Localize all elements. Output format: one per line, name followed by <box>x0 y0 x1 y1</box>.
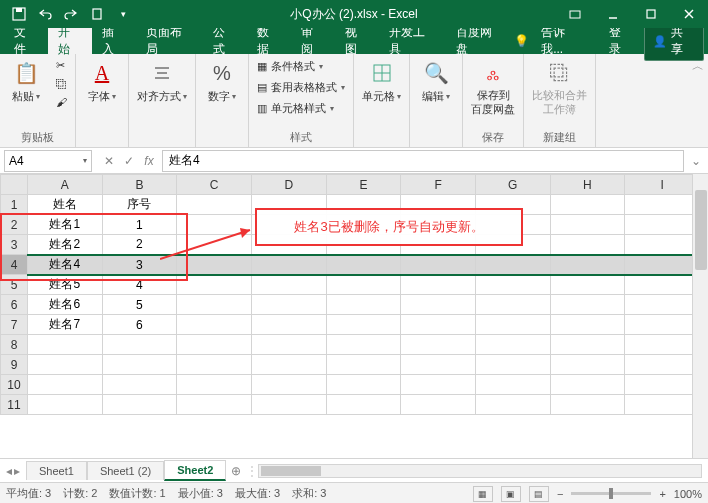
formula-input[interactable]: 姓名4 <box>162 150 684 172</box>
sheet-nav-prev-icon[interactable]: ◂ <box>6 464 12 478</box>
minimize-icon[interactable] <box>594 0 632 28</box>
cell[interactable] <box>251 395 326 415</box>
table-row[interactable]: 8 <box>1 335 700 355</box>
cell[interactable] <box>326 375 401 395</box>
cell[interactable] <box>550 315 625 335</box>
cell[interactable] <box>251 335 326 355</box>
row-header[interactable]: 11 <box>1 395 28 415</box>
cell[interactable] <box>326 315 401 335</box>
col-header[interactable]: H <box>550 175 625 195</box>
cell[interactable] <box>177 335 252 355</box>
cell[interactable] <box>625 215 700 235</box>
row-header[interactable]: 3 <box>1 235 28 255</box>
col-header[interactable]: I <box>625 175 700 195</box>
cell[interactable]: 6 <box>102 315 177 335</box>
row-header[interactable]: 7 <box>1 315 28 335</box>
qat-more-icon[interactable]: ▾ <box>112 3 134 25</box>
slider-thumb[interactable] <box>609 488 613 499</box>
cell[interactable] <box>401 275 476 295</box>
cell[interactable] <box>27 395 102 415</box>
horizontal-scrollbar[interactable] <box>258 464 702 478</box>
cell[interactable]: 姓名5 <box>27 275 102 295</box>
col-header[interactable]: F <box>401 175 476 195</box>
name-box[interactable]: A4 ▾ <box>4 150 92 172</box>
edit-button[interactable]: 🔍编辑▾ <box>414 57 458 106</box>
table-row[interactable]: 7姓名76 <box>1 315 700 335</box>
compare-button[interactable]: ⿻比较和合并工作簿 <box>528 57 591 117</box>
col-header[interactable]: G <box>475 175 550 195</box>
cell[interactable] <box>550 235 625 255</box>
cell[interactable] <box>102 375 177 395</box>
cell[interactable] <box>326 295 401 315</box>
zoom-in-icon[interactable]: + <box>659 488 665 500</box>
cell[interactable] <box>251 255 326 275</box>
table-row[interactable]: 6姓名65 <box>1 295 700 315</box>
expand-fx-icon[interactable]: ⌄ <box>688 154 704 168</box>
baidu-save-button[interactable]: ஃ保存到百度网盘 <box>467 57 519 117</box>
cell[interactable]: 2 <box>102 235 177 255</box>
align-button[interactable]: 对齐方式▾ <box>133 57 191 106</box>
cell[interactable]: 4 <box>102 275 177 295</box>
close-icon[interactable] <box>670 0 708 28</box>
collapse-ribbon-icon[interactable]: ︿ <box>688 54 708 147</box>
cell[interactable] <box>177 395 252 415</box>
cell[interactable] <box>177 195 252 215</box>
view-pagebreak-icon[interactable]: ▤ <box>529 486 549 502</box>
table-row[interactable]: 5姓名54 <box>1 275 700 295</box>
cell[interactable] <box>475 355 550 375</box>
cell[interactable]: 1 <box>102 215 177 235</box>
row-header[interactable]: 4 <box>1 255 28 275</box>
cell[interactable] <box>550 255 625 275</box>
cell[interactable] <box>401 335 476 355</box>
undo-icon[interactable] <box>34 3 56 25</box>
cell[interactable] <box>625 295 700 315</box>
cell[interactable]: 姓名1 <box>27 215 102 235</box>
select-all-corner[interactable] <box>1 175 28 195</box>
new-icon[interactable] <box>86 3 108 25</box>
table-row[interactable]: 4姓名43 <box>1 255 700 275</box>
cell[interactable] <box>475 395 550 415</box>
cell[interactable] <box>177 375 252 395</box>
cell[interactable] <box>625 395 700 415</box>
cell[interactable] <box>625 375 700 395</box>
view-pagelayout-icon[interactable]: ▣ <box>501 486 521 502</box>
cell[interactable] <box>475 295 550 315</box>
paste-button[interactable]: 📋 粘贴▾ <box>4 57 48 106</box>
fx-icon[interactable]: fx <box>140 154 158 168</box>
cell[interactable] <box>251 355 326 375</box>
cell[interactable] <box>177 315 252 335</box>
accept-fx-icon[interactable]: ✓ <box>120 154 138 168</box>
row-header[interactable]: 1 <box>1 195 28 215</box>
cell[interactable] <box>251 275 326 295</box>
cell[interactable] <box>27 355 102 375</box>
cell[interactable] <box>401 315 476 335</box>
cell[interactable] <box>550 215 625 235</box>
cell[interactable] <box>326 275 401 295</box>
cell[interactable]: 姓名7 <box>27 315 102 335</box>
cell[interactable] <box>326 255 401 275</box>
cell[interactable] <box>177 215 252 235</box>
table-row[interactable]: 10 <box>1 375 700 395</box>
cell[interactable] <box>401 355 476 375</box>
cell[interactable] <box>401 295 476 315</box>
cell[interactable] <box>625 315 700 335</box>
row-header[interactable]: 10 <box>1 375 28 395</box>
cell[interactable]: 姓名 <box>27 195 102 215</box>
scrollbar-thumb[interactable] <box>261 466 321 476</box>
cell[interactable]: 姓名2 <box>27 235 102 255</box>
table-row[interactable]: 9 <box>1 355 700 375</box>
format-painter-button[interactable]: 🖌 <box>52 94 71 110</box>
col-header[interactable]: C <box>177 175 252 195</box>
cell[interactable] <box>177 235 252 255</box>
save-icon[interactable] <box>8 3 30 25</box>
sheet-nav-next-icon[interactable]: ▸ <box>14 464 20 478</box>
row-header[interactable]: 8 <box>1 335 28 355</box>
cell[interactable] <box>475 275 550 295</box>
cell[interactable]: 姓名6 <box>27 295 102 315</box>
cell[interactable] <box>102 355 177 375</box>
cell[interactable] <box>625 275 700 295</box>
zoom-slider[interactable] <box>571 492 651 495</box>
cell[interactable] <box>177 275 252 295</box>
row-header[interactable]: 6 <box>1 295 28 315</box>
table-format-button[interactable]: ▤套用表格格式▾ <box>253 78 349 97</box>
